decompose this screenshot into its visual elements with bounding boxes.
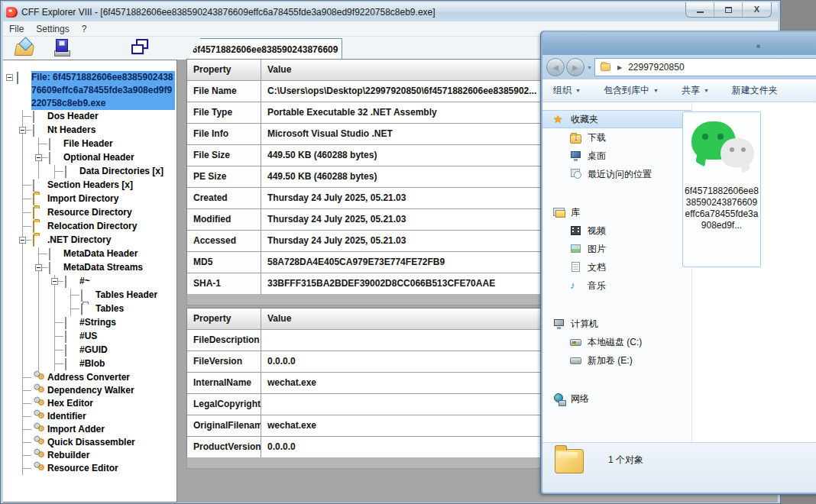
tree-node-metadata-header[interactable]: MetaData Header [49,247,175,261]
menu-file[interactable]: File [3,24,30,34]
column-header-property[interactable]: Property [187,60,261,81]
tree-node-metadata-streams[interactable]: MetaData Streams #~ Tables Header Tables [49,261,175,371]
tree-node-tilde-stream[interactable]: #~ Tables Header Tables [65,275,175,316]
nav-downloads[interactable]: ↓下载 [542,128,691,147]
column-header-property[interactable]: Property [187,309,261,330]
table-row-key: Created [187,188,261,209]
nav-libraries[interactable]: 库 [542,203,691,221]
folder-icon [33,193,34,205]
minimize-button[interactable] [686,2,714,17]
column-header-value[interactable]: Value [261,309,545,330]
header-icon [33,111,34,123]
nav-computer[interactable]: 计算机 [542,315,691,333]
nav-new-volume-e[interactable]: 新加卷 (E:) [542,351,691,370]
collapse-icon[interactable] [35,154,42,161]
tree-node-label: Tables [96,302,124,315]
collapse-icon[interactable] [19,127,26,134]
table-row-value: 0.0.0.0 [261,437,545,458]
tree-node-data-directories[interactable]: Data Directories [x] [65,165,175,179]
tree-node-tables[interactable]: Tables [81,302,175,316]
tree-node-label: Import Adder [47,423,105,436]
collapse-icon[interactable] [6,74,13,81]
tree-node-optional-header[interactable]: Optional Header Data Directories [x] [49,151,175,179]
folder-icon [33,234,34,247]
new-folder-button[interactable]: 新建文件夹 [732,84,778,97]
header-icon [65,276,66,288]
open-folder-icon [81,303,83,315]
tree-node-us-stream[interactable]: #US [65,330,175,344]
tree-node-guid-stream[interactable]: #GUID [65,344,175,357]
nav-documents[interactable]: 文档 [542,258,691,276]
save-file-icon[interactable] [53,39,72,57]
header-icon [49,262,50,274]
tree-node-quick-disassembler[interactable]: ⚙⚙Quick Disassembler [33,436,175,449]
history-dropdown-icon[interactable]: ▼ [587,65,592,70]
tree-node-blob-stream[interactable]: #Blob [65,357,175,371]
tree-node-section-headers[interactable]: Section Headers [x] [33,179,175,192]
header-icon [49,248,50,260]
cascade-windows-icon[interactable] [131,39,151,57]
share-button[interactable]: 共享▼ [682,84,709,97]
header-icon [65,331,66,343]
tree-node-file-root[interactable]: File: 6f4571882606ee838590243876609effc6… [17,71,175,475]
file-list-view[interactable]: 6f4571882606ee838590243876609effc6a78455… [693,102,816,442]
tree-node-dos-header[interactable]: Dos Header [33,110,175,124]
tree-node-label: #~ [79,275,90,288]
back-button[interactable]: ◀ [546,58,565,76]
menu-settings[interactable]: Settings [30,24,75,34]
tree-node-resource-editor[interactable]: ⚙⚙Resource Editor [33,462,175,475]
collapse-icon[interactable] [35,264,42,271]
tree-node-import-directory[interactable]: Import Directory [33,192,175,206]
breadcrumb-location[interactable]: 22997920850 [628,62,684,73]
tree-node-label: MetaData Streams [63,261,143,274]
tree-node-identifier[interactable]: ⚙⚙Identifier [33,410,175,423]
close-button[interactable]: X [743,2,771,17]
nav-desktop[interactable]: 桌面 [542,147,691,165]
organize-button[interactable]: 组织▼ [553,84,581,97]
tree-node-hex-editor[interactable]: ⚙⚙Hex Editor [33,397,175,410]
open-file-icon[interactable] [15,39,35,56]
collapse-icon[interactable] [51,278,58,285]
tree-node-dotnet-directory[interactable]: .NET Directory MetaData Header MetaData … [33,234,175,371]
tree-node-nt-headers[interactable]: Nt Headers File Header Optional Header D… [33,124,175,179]
nav-music[interactable]: ♪音乐 [542,276,691,295]
column-header-value[interactable]: Value [261,60,545,81]
include-in-library-button[interactable]: 包含到库中▼ [604,84,659,97]
tree-node-rebuilder[interactable]: ⚙⚙Rebuilder [33,449,175,462]
cff-window-controls: X [685,2,772,18]
minimize-icon [697,11,704,13]
tree-node-resource-directory[interactable]: Resource Directory [33,206,175,220]
nav-videos[interactable]: 视频 [542,221,691,240]
document-tab[interactable]: 6f4571882606ee838590243876609 [188,38,342,60]
nav-local-disk-c[interactable]: 本地磁盘 (C:) [542,333,691,351]
explorer-body: ★收藏夹 ↓下载 桌面 最近访问的位置 库 视频 图片 文档 ♪音乐 计算机 本… [542,102,816,442]
table-row-value: wechat.exe [261,373,545,394]
nav-pictures[interactable]: 图片 [542,240,691,258]
tree-node-address-converter[interactable]: ⚙⚙Address Converter [33,371,175,384]
breadcrumb-arrow-icon[interactable]: ▶ [617,64,622,71]
nav-favorites[interactable]: ★收藏夹 [542,110,691,128]
maximize-button[interactable] [714,2,743,17]
tree-node-strings-stream[interactable]: #Strings [65,316,175,330]
horizontal-scrollbar[interactable] [186,457,546,469]
tree-node-import-adder[interactable]: ⚙⚙Import Adder [33,423,175,436]
tree-node-relocation-directory[interactable]: Relocation Directory [33,220,175,234]
collapse-icon[interactable] [19,237,26,244]
tree-node-dependency-walker[interactable]: ⚙⚙Dependency Walker [33,384,175,397]
menu-help[interactable]: ? [76,24,93,34]
nav-network[interactable]: 网络 [542,389,691,408]
local-disk-icon [570,339,581,346]
forward-button[interactable]: ▶ [566,58,584,76]
file-item-selected[interactable]: 6f4571882606ee838590243876609effc6a78455… [682,111,761,267]
address-bar[interactable]: ▶ 22997920850 [594,58,816,76]
header-icon [81,289,83,302]
videos-icon [571,226,581,235]
file-window-icon [17,72,18,84]
cff-titlebar[interactable]: CFF Explorer VIII - [6f4571882606ee83859… [3,2,778,21]
tree-node-file-header[interactable]: File Header [49,137,175,151]
explorer-titlebar[interactable] [542,32,816,55]
table-row-value: 449.50 KB (460288 bytes) [261,145,545,166]
horizontal-scrollbar[interactable] [186,294,546,305]
nav-recent-places[interactable]: 最近访问的位置 [542,165,691,183]
tree-node-tables-header[interactable]: Tables Header [81,289,175,302]
